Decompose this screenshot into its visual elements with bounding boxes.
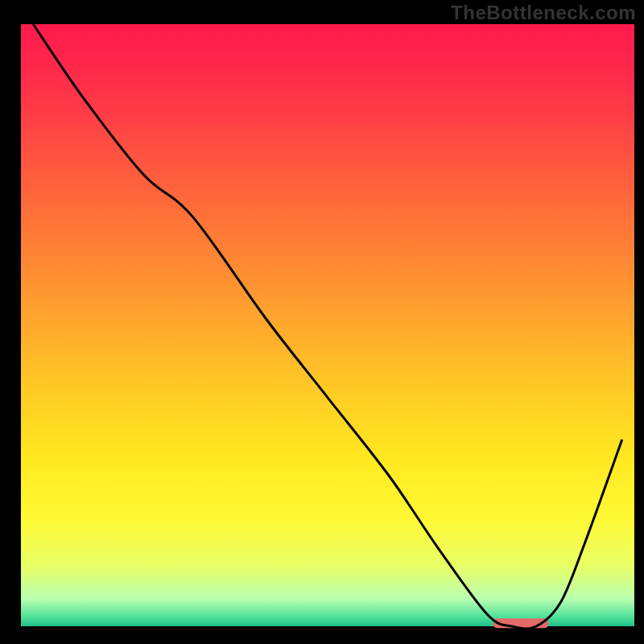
chart-container: { "watermark": "TheBottleneck.com", "cha…	[0, 0, 644, 644]
chart-svg	[0, 0, 644, 644]
plot-background	[21, 24, 634, 626]
watermark-text: TheBottleneck.com	[451, 2, 636, 24]
